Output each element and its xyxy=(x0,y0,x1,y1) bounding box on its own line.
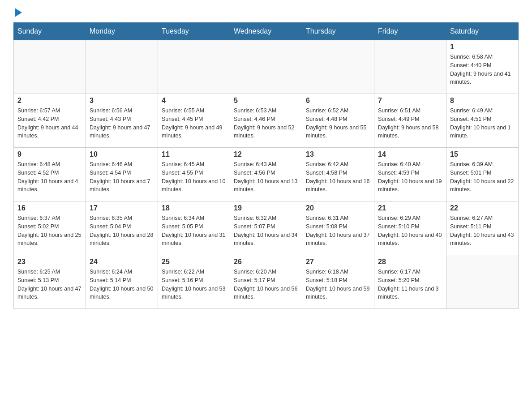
calendar-week-row: 16Sunrise: 6:37 AM Sunset: 5:02 PM Dayli… xyxy=(14,201,519,255)
calendar-cell: 20Sunrise: 6:31 AM Sunset: 5:08 PM Dayli… xyxy=(302,201,374,255)
day-info: Sunrise: 6:45 AM Sunset: 4:55 PM Dayligh… xyxy=(162,160,226,194)
day-number: 11 xyxy=(162,150,226,158)
day-info: Sunrise: 6:17 AM Sunset: 5:20 PM Dayligh… xyxy=(378,268,442,301)
day-info: Sunrise: 6:29 AM Sunset: 5:10 PM Dayligh… xyxy=(378,214,442,248)
calendar-cell: 12Sunrise: 6:43 AM Sunset: 4:56 PM Dayli… xyxy=(230,148,302,201)
day-number: 27 xyxy=(306,258,370,266)
day-number: 22 xyxy=(450,204,515,212)
calendar-cell: 28Sunrise: 6:17 AM Sunset: 5:20 PM Dayli… xyxy=(374,255,446,309)
calendar-cell: 11Sunrise: 6:45 AM Sunset: 4:55 PM Dayli… xyxy=(158,148,230,201)
day-number: 12 xyxy=(234,150,298,158)
day-number: 26 xyxy=(234,258,298,266)
day-number: 6 xyxy=(306,97,370,105)
day-info: Sunrise: 6:39 AM Sunset: 5:01 PM Dayligh… xyxy=(450,160,515,194)
day-number: 5 xyxy=(234,97,298,105)
day-info: Sunrise: 6:57 AM Sunset: 4:42 PM Dayligh… xyxy=(17,107,82,140)
day-info: Sunrise: 6:46 AM Sunset: 4:54 PM Dayligh… xyxy=(90,160,154,194)
calendar-cell: 26Sunrise: 6:20 AM Sunset: 5:17 PM Dayli… xyxy=(230,255,302,309)
day-number: 16 xyxy=(17,204,82,212)
calendar-cell: 4Sunrise: 6:55 AM Sunset: 4:45 PM Daylig… xyxy=(158,94,230,148)
weekday-header-saturday: Saturday xyxy=(446,23,519,40)
calendar-cell xyxy=(302,40,374,94)
calendar-week-row: 23Sunrise: 6:25 AM Sunset: 5:13 PM Dayli… xyxy=(14,255,519,309)
calendar-cell: 15Sunrise: 6:39 AM Sunset: 5:01 PM Dayli… xyxy=(446,148,519,201)
day-number: 23 xyxy=(17,258,82,266)
calendar-cell: 27Sunrise: 6:18 AM Sunset: 5:18 PM Dayli… xyxy=(302,255,374,309)
day-info: Sunrise: 6:25 AM Sunset: 5:13 PM Dayligh… xyxy=(17,268,82,301)
day-number: 17 xyxy=(90,204,154,212)
calendar-week-row: 9Sunrise: 6:48 AM Sunset: 4:52 PM Daylig… xyxy=(14,148,519,201)
day-number: 15 xyxy=(450,150,515,158)
day-info: Sunrise: 6:56 AM Sunset: 4:43 PM Dayligh… xyxy=(90,107,154,140)
day-number: 9 xyxy=(17,150,82,158)
calendar-week-row: 2Sunrise: 6:57 AM Sunset: 4:42 PM Daylig… xyxy=(14,94,519,148)
day-number: 19 xyxy=(234,204,298,212)
day-number: 20 xyxy=(306,204,370,212)
calendar-cell: 2Sunrise: 6:57 AM Sunset: 4:42 PM Daylig… xyxy=(14,94,86,148)
calendar-cell: 9Sunrise: 6:48 AM Sunset: 4:52 PM Daylig… xyxy=(14,148,86,201)
day-number: 25 xyxy=(162,258,226,266)
day-info: Sunrise: 6:18 AM Sunset: 5:18 PM Dayligh… xyxy=(306,268,370,301)
day-number: 4 xyxy=(162,97,226,105)
day-info: Sunrise: 6:24 AM Sunset: 5:14 PM Dayligh… xyxy=(90,268,154,301)
calendar-cell xyxy=(446,255,519,309)
calendar-cell: 14Sunrise: 6:40 AM Sunset: 4:59 PM Dayli… xyxy=(374,148,446,201)
calendar-cell: 19Sunrise: 6:32 AM Sunset: 5:07 PM Dayli… xyxy=(230,201,302,255)
calendar-cell xyxy=(158,40,230,94)
day-info: Sunrise: 6:51 AM Sunset: 4:49 PM Dayligh… xyxy=(378,107,442,140)
calendar-cell: 7Sunrise: 6:51 AM Sunset: 4:49 PM Daylig… xyxy=(374,94,446,148)
weekday-header-row: SundayMondayTuesdayWednesdayThursdayFrid… xyxy=(14,23,519,40)
day-number: 18 xyxy=(162,204,226,212)
calendar-header: SundayMondayTuesdayWednesdayThursdayFrid… xyxy=(14,23,519,40)
day-info: Sunrise: 6:43 AM Sunset: 4:56 PM Dayligh… xyxy=(234,160,298,194)
calendar-cell: 13Sunrise: 6:42 AM Sunset: 4:58 PM Dayli… xyxy=(302,148,374,201)
calendar-body: 1Sunrise: 6:58 AM Sunset: 4:40 PM Daylig… xyxy=(14,40,519,309)
day-info: Sunrise: 6:52 AM Sunset: 4:48 PM Dayligh… xyxy=(306,107,370,140)
calendar-cell xyxy=(86,40,158,94)
day-number: 2 xyxy=(17,97,82,105)
weekday-header-tuesday: Tuesday xyxy=(158,23,230,40)
calendar-cell xyxy=(230,40,302,94)
calendar-cell: 22Sunrise: 6:27 AM Sunset: 5:11 PM Dayli… xyxy=(446,201,519,255)
day-info: Sunrise: 6:35 AM Sunset: 5:04 PM Dayligh… xyxy=(90,214,154,248)
weekday-header-friday: Friday xyxy=(374,23,446,40)
day-number: 14 xyxy=(378,150,442,158)
day-info: Sunrise: 6:49 AM Sunset: 4:51 PM Dayligh… xyxy=(450,107,515,140)
day-info: Sunrise: 6:22 AM Sunset: 5:16 PM Dayligh… xyxy=(162,268,226,301)
calendar-table: SundayMondayTuesdayWednesdayThursdayFrid… xyxy=(13,22,519,309)
calendar-cell xyxy=(14,40,86,94)
day-info: Sunrise: 6:34 AM Sunset: 5:05 PM Dayligh… xyxy=(162,214,226,248)
calendar-cell: 24Sunrise: 6:24 AM Sunset: 5:14 PM Dayli… xyxy=(86,255,158,309)
calendar-cell: 5Sunrise: 6:53 AM Sunset: 4:46 PM Daylig… xyxy=(230,94,302,148)
logo-arrow-icon xyxy=(15,8,22,17)
calendar-cell: 17Sunrise: 6:35 AM Sunset: 5:04 PM Dayli… xyxy=(86,201,158,255)
calendar-cell: 25Sunrise: 6:22 AM Sunset: 5:16 PM Dayli… xyxy=(158,255,230,309)
calendar-week-row: 1Sunrise: 6:58 AM Sunset: 4:40 PM Daylig… xyxy=(14,40,519,94)
day-info: Sunrise: 6:53 AM Sunset: 4:46 PM Dayligh… xyxy=(234,107,298,140)
day-number: 8 xyxy=(450,97,515,105)
calendar-cell: 23Sunrise: 6:25 AM Sunset: 5:13 PM Dayli… xyxy=(14,255,86,309)
calendar-cell: 16Sunrise: 6:37 AM Sunset: 5:02 PM Dayli… xyxy=(14,201,86,255)
calendar-cell: 8Sunrise: 6:49 AM Sunset: 4:51 PM Daylig… xyxy=(446,94,519,148)
weekday-header-thursday: Thursday xyxy=(302,23,374,40)
calendar-cell: 10Sunrise: 6:46 AM Sunset: 4:54 PM Dayli… xyxy=(86,148,158,201)
day-number: 7 xyxy=(378,97,442,105)
day-info: Sunrise: 6:20 AM Sunset: 5:17 PM Dayligh… xyxy=(234,268,298,301)
day-info: Sunrise: 6:31 AM Sunset: 5:08 PM Dayligh… xyxy=(306,214,370,248)
day-number: 24 xyxy=(90,258,154,266)
weekday-header-sunday: Sunday xyxy=(14,23,86,40)
day-info: Sunrise: 6:48 AM Sunset: 4:52 PM Dayligh… xyxy=(17,160,82,194)
calendar-cell: 1Sunrise: 6:58 AM Sunset: 4:40 PM Daylig… xyxy=(446,40,519,94)
day-info: Sunrise: 6:40 AM Sunset: 4:59 PM Dayligh… xyxy=(378,160,442,194)
day-info: Sunrise: 6:32 AM Sunset: 5:07 PM Dayligh… xyxy=(234,214,298,248)
day-number: 10 xyxy=(90,150,154,158)
day-info: Sunrise: 6:58 AM Sunset: 4:40 PM Dayligh… xyxy=(450,53,515,86)
day-info: Sunrise: 6:55 AM Sunset: 4:45 PM Dayligh… xyxy=(162,107,226,140)
weekday-header-monday: Monday xyxy=(86,23,158,40)
day-number: 13 xyxy=(306,150,370,158)
logo xyxy=(13,9,22,15)
day-number: 1 xyxy=(450,43,515,51)
calendar-cell: 18Sunrise: 6:34 AM Sunset: 5:05 PM Dayli… xyxy=(158,201,230,255)
day-number: 21 xyxy=(378,204,442,212)
weekday-header-wednesday: Wednesday xyxy=(230,23,302,40)
